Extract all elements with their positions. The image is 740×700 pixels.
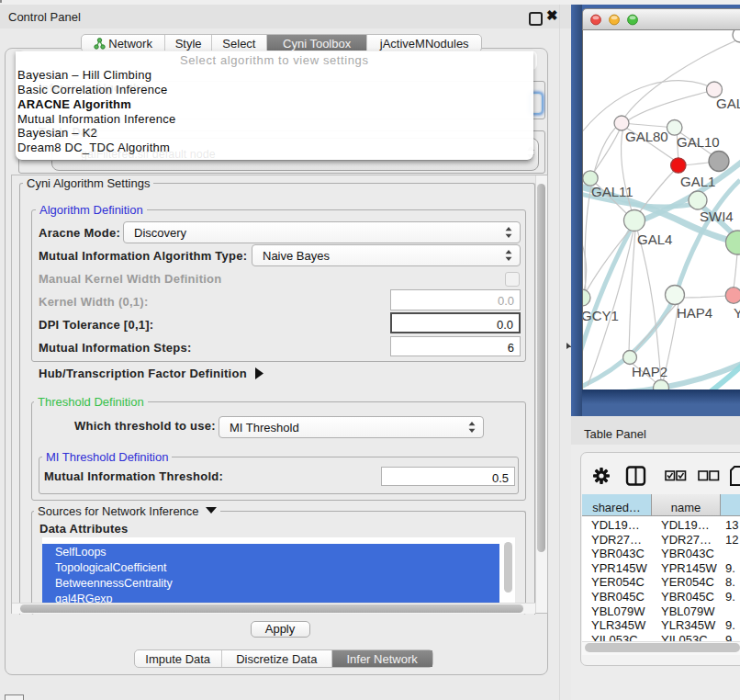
svg-text:HAP2: HAP2 [632,364,667,379]
svg-text:GAL: GAL [716,96,740,111]
svg-text:GAL80: GAL80 [625,129,668,144]
svg-text:GAL11: GAL11 [591,184,633,199]
svg-text:GCY1: GCY1 [583,308,619,323]
svg-text:Y: Y [734,305,740,321]
svg-text:HAP4: HAP4 [677,305,712,321]
svg-text:SWI4: SWI4 [700,209,734,224]
svg-text:GAL10: GAL10 [677,134,720,150]
svg-text:GAL1: GAL1 [680,174,715,189]
svg-text:GAL4: GAL4 [637,231,672,247]
